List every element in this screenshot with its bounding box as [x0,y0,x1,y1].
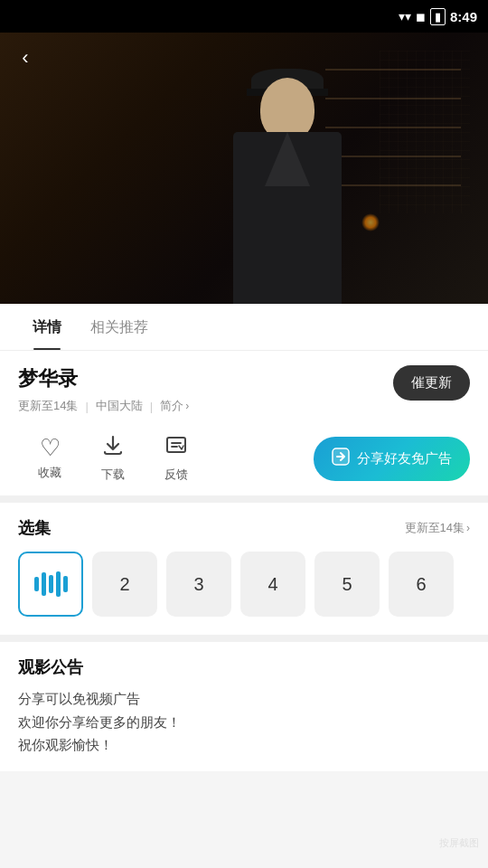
episode-button-5[interactable]: 5 [314,552,380,617]
wifi-icon: ▾▾ [399,9,411,24]
more-arrow-icon: › [466,522,470,534]
episode-button-4[interactable]: 4 [240,552,305,617]
watermark: 按屏截图 [439,836,479,850]
episode-section-header: 选集 更新至14集 › [0,503,488,548]
episode-button-1[interactable] [18,552,83,617]
notice-line-3: 祝你观影愉快！ [18,733,470,757]
show-intro-link[interactable]: 简介 › [160,398,189,414]
urge-update-button[interactable]: 催更新 [393,365,470,401]
candle-glow [361,213,380,231]
episode-button-3[interactable]: 3 [166,552,231,617]
actions-row: ♡ 收藏 下载 反馈 [0,423,488,495]
meta-sep-1: | [85,400,88,413]
back-button[interactable]: ‹ [9,42,42,74]
episode-button-6[interactable]: 6 [389,552,454,617]
svg-rect-1 [167,438,185,452]
heart-icon: ♡ [40,436,61,459]
share-friend-no-ad-button[interactable]: 分享好友免广告 [314,437,470,481]
feedback-icon [164,434,188,461]
divider-2 [0,635,488,642]
intro-arrow-icon: › [185,400,189,412]
notice-section: 观影公告 分享可以免视频广告 欢迎你分享给更多的朋友！ 祝你观影愉快！ [0,642,488,771]
notice-line-1: 分享可以免视频广告 [18,687,470,711]
download-icon [101,434,125,461]
content-area: 梦华录 更新至14集 | 中国大陆 | 简介 › 催更新 ♡ 收藏 [0,351,488,771]
notice-title: 观影公告 [18,656,470,678]
episode-more-link[interactable]: 更新至14集 › [405,520,470,536]
share-ad-label: 分享好友免广告 [357,450,452,467]
episode-more-label: 更新至14集 [405,520,465,536]
episode-grid: 2 3 4 5 6 [0,548,488,635]
show-title: 梦华录 [18,365,189,392]
status-icons: ▾▾ ◼ ▮ 8:49 [399,8,477,25]
tab-related[interactable]: 相关推荐 [76,304,163,350]
video-player[interactable]: ‹ [0,33,488,304]
status-time: 8:49 [450,9,477,24]
show-update-info: 更新至14集 [18,398,78,414]
tab-detail[interactable]: 详情 [18,304,76,350]
signal-icon: ◼ [416,10,426,24]
notice-line-2: 欢迎你分享给更多的朋友！ [18,711,470,734]
collect-button[interactable]: ♡ 收藏 [18,436,81,481]
feedback-button[interactable]: 反馈 [145,434,208,483]
download-label: 下载 [101,467,125,483]
show-region: 中国大陆 [96,398,143,414]
battery-icon: ▮ [430,8,446,25]
character-figure [215,69,360,304]
download-button[interactable]: 下载 [81,434,145,483]
video-background [0,33,488,304]
bg-grid [380,51,470,213]
collect-label: 收藏 [38,465,61,481]
divider-1 [0,495,488,503]
share-icon [332,448,350,470]
show-info-section: 梦华录 更新至14集 | 中国大陆 | 简介 › 催更新 [0,351,488,423]
waveform-icon [34,571,68,598]
show-title-block: 梦华录 更新至14集 | 中国大陆 | 简介 › [18,365,189,414]
notice-text: 分享可以免视频广告 欢迎你分享给更多的朋友！ 祝你观影愉快！ [18,687,470,757]
status-bar: ▾▾ ◼ ▮ 8:49 [0,0,488,33]
intro-label: 简介 [160,398,183,414]
tabs-row: 详情 相关推荐 [0,304,488,351]
show-meta: 更新至14集 | 中国大陆 | 简介 › [18,398,189,414]
svg-rect-0 [380,51,470,213]
meta-sep-2: | [150,400,153,413]
show-header: 梦华录 更新至14集 | 中国大陆 | 简介 › 催更新 [18,365,470,414]
episode-section-title: 选集 [18,517,51,539]
episode-button-2[interactable]: 2 [92,552,157,617]
feedback-label: 反馈 [164,467,188,483]
